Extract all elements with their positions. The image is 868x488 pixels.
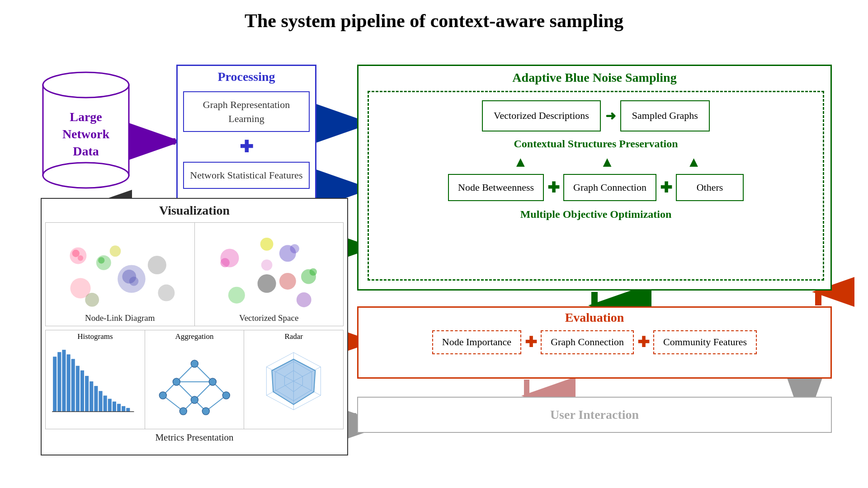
- dashed-inner: Vectorized Descriptions ➜ Sampled Graphs…: [368, 91, 824, 281]
- visualization-title: Visualization: [42, 199, 347, 222]
- svg-point-44: [158, 285, 175, 301]
- svg-rect-70: [108, 399, 112, 412]
- aggregation-panel: Aggregation: [145, 330, 245, 429]
- svg-point-55: [228, 287, 245, 304]
- evaluation-box: Evaluation Node Importance ✚ Graph Conne…: [357, 306, 832, 379]
- contextual-label: Contextual Structures Preservation: [369, 135, 823, 153]
- svg-rect-69: [104, 395, 107, 411]
- radar-sublabel: Radar: [244, 330, 343, 341]
- adaptive-title: Adaptive Blue Noise Sampling: [359, 66, 830, 89]
- svg-point-88: [173, 378, 180, 385]
- graph-representation-box: Graph Representation Learning: [183, 91, 310, 132]
- up-arrow-2-icon: ▲: [600, 154, 614, 170]
- svg-point-36: [96, 255, 111, 270]
- processing-title: Processing: [178, 66, 315, 88]
- node-link-panel: Node-Link Diagram: [46, 223, 195, 326]
- metrics-presentation-label: Metrics Presentation: [42, 429, 347, 446]
- svg-point-35: [78, 255, 83, 261]
- radar-panel: Radar: [244, 330, 343, 429]
- processing-box: Processing Graph Representation Learning…: [176, 65, 316, 214]
- svg-point-93: [179, 408, 187, 415]
- svg-text:Data: Data: [73, 144, 99, 158]
- adaptive-graph-connection-box: Graph Connection: [563, 174, 656, 202]
- svg-rect-65: [85, 376, 89, 412]
- up-arrow-1-icon: ▲: [513, 154, 528, 170]
- svg-point-51: [279, 273, 296, 290]
- svg-text:Network: Network: [62, 127, 110, 141]
- svg-point-90: [191, 396, 198, 404]
- svg-rect-67: [94, 386, 98, 412]
- svg-point-53: [309, 268, 316, 276]
- aggregation-sublabel: Aggregation: [145, 330, 244, 341]
- svg-point-34: [72, 250, 80, 257]
- vis-bottom-row: Histograms: [45, 330, 344, 429]
- node-importance-box: Node Importance: [432, 330, 521, 354]
- svg-rect-64: [80, 371, 84, 412]
- green-plus-1-icon: ✚: [547, 179, 560, 196]
- community-features-box: Community Features: [653, 330, 757, 354]
- svg-rect-59: [57, 352, 61, 412]
- red-plus-2-icon: ✚: [637, 333, 650, 351]
- top-row-boxes: Vectorized Descriptions ➜ Sampled Graphs: [369, 92, 823, 135]
- svg-point-54: [257, 274, 276, 293]
- adaptive-box: Adaptive Blue Noise Sampling Vectorized …: [357, 65, 832, 291]
- svg-point-57: [261, 259, 272, 271]
- eval-graph-connection-box: Graph Connection: [541, 330, 634, 354]
- others-box: Others: [676, 174, 744, 202]
- vectorized-space-panel: Vectorized Space: [195, 223, 344, 326]
- svg-point-42: [110, 245, 121, 257]
- user-interaction-box: User Interaction: [357, 397, 832, 433]
- histograms-sublabel: Histograms: [46, 330, 145, 341]
- eval-boxes-row: Node Importance ✚ Graph Connection ✚ Com…: [359, 328, 830, 357]
- svg-point-94: [202, 408, 209, 415]
- bottom-boxes-row: Node Betweenness ✚ Graph Connection ✚ Ot…: [369, 171, 823, 204]
- svg-rect-66: [90, 381, 93, 412]
- svg-rect-71: [113, 402, 116, 412]
- svg-point-91: [159, 392, 166, 399]
- green-arrow-right-icon: ➜: [605, 108, 616, 123]
- svg-rect-58: [53, 357, 57, 412]
- svg-point-46: [260, 238, 273, 251]
- svg-rect-62: [71, 359, 75, 412]
- svg-text:Large: Large: [70, 110, 102, 124]
- svg-point-43: [148, 256, 166, 274]
- histograms-panel: Histograms: [46, 330, 145, 429]
- svg-point-29: [43, 163, 129, 188]
- diagram-area: Large Network Data Processing Graph Repr…: [14, 40, 854, 474]
- processing-plus: ✚: [178, 136, 315, 158]
- evaluation-title: Evaluation: [359, 308, 830, 328]
- green-plus-2-icon: ✚: [660, 179, 672, 196]
- up-arrow-3-icon: ▲: [687, 154, 701, 170]
- network-statistical-box: Network Statistical Features: [183, 162, 310, 188]
- main-container: The system pipeline of context-aware sam…: [0, 0, 868, 474]
- main-title: The system pipeline of context-aware sam…: [0, 0, 868, 40]
- svg-point-40: [129, 277, 139, 286]
- node-betweenness-box: Node Betweenness: [448, 174, 544, 202]
- svg-point-50: [290, 244, 299, 253]
- svg-rect-63: [76, 366, 80, 412]
- svg-point-87: [191, 360, 198, 367]
- svg-point-48: [220, 258, 230, 267]
- moo-label: Multiple Objective Optimization: [369, 204, 823, 222]
- svg-point-28: [43, 72, 129, 98]
- node-link-label: Node-Link Diagram: [46, 313, 194, 323]
- vectorized-descriptions-box: Vectorized Descriptions: [482, 100, 601, 131]
- large-network-box: Large Network Data: [36, 67, 136, 193]
- svg-rect-68: [99, 391, 102, 412]
- svg-rect-74: [126, 408, 130, 412]
- svg-rect-60: [62, 350, 66, 412]
- sampled-graphs-box: Sampled Graphs: [620, 100, 710, 131]
- svg-marker-101: [272, 359, 316, 404]
- svg-rect-73: [122, 406, 125, 412]
- red-plus-1-icon: ✚: [525, 333, 537, 351]
- user-interaction-label: User Interaction: [550, 408, 639, 422]
- svg-point-56: [296, 292, 311, 307]
- svg-point-89: [209, 378, 216, 385]
- vis-top-row: Node-Link Diagram: [45, 222, 344, 326]
- up-arrows-row: ▲ ▲ ▲: [369, 153, 823, 171]
- svg-point-92: [222, 392, 230, 399]
- visualization-box: Visualization: [41, 198, 348, 455]
- svg-point-37: [98, 257, 104, 263]
- vectorized-space-label: Vectorized Space: [195, 313, 344, 323]
- svg-rect-61: [67, 354, 71, 412]
